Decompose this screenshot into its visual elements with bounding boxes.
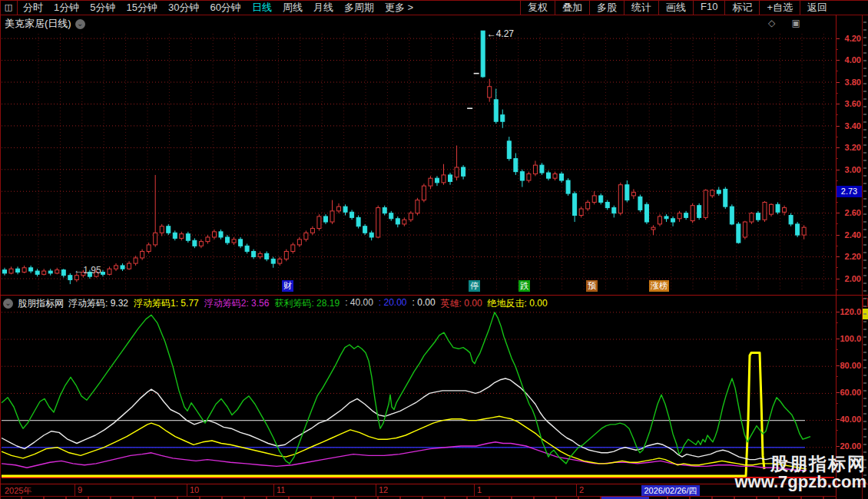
watermark: 股朋指标网 www.7gpzb.com	[734, 454, 866, 491]
axis-label: 40.00	[837, 415, 861, 424]
indicator-header: ⌄ 股朋指标网 浮动筹码: 9.32浮动筹码1: 5.77浮动筹码2: 3.56…	[3, 297, 548, 310]
chevron-down-circle-icon[interactable]: ⌄	[3, 299, 13, 309]
month-label: 2	[579, 485, 584, 494]
indicator-param: : 20.00	[379, 297, 407, 310]
indicator-param: : 40.00	[345, 297, 373, 310]
axis-label: 4.20	[837, 34, 861, 43]
last-price-badge: 2.73	[837, 186, 862, 197]
month-label: 11	[277, 485, 285, 494]
frame-axis-vertical	[836, 15, 837, 499]
month-label: 10	[190, 485, 199, 494]
watermark-site-name: 股朋指标网	[734, 454, 866, 473]
badge-涨榜[interactable]: 涨榜	[649, 280, 669, 292]
badge-跌[interactable]: 跌	[518, 280, 530, 292]
date-axis[interactable]: 2025年 910111212	[0, 484, 836, 496]
svg-text:←4.27: ←4.27	[487, 28, 515, 39]
badge-财[interactable]: 财	[282, 280, 293, 292]
indicator-param: 获利筹码: 28.19	[274, 297, 340, 310]
right-mini-toolbar[interactable]	[863, 15, 868, 499]
axis-label: 2.20	[837, 252, 861, 261]
axis-label: 3.20	[837, 143, 861, 152]
indicator-source-label: 股朋指标网	[18, 297, 64, 310]
frame-menu-bottom	[0, 15, 868, 15]
kline-and-indicator-canvas: ←4.27←1.95	[0, 0, 868, 499]
axis-label: 2.00	[837, 274, 861, 283]
axis-label: 120.0	[837, 307, 861, 316]
mini-toolbar-marks	[863, 21, 866, 488]
axis-label: 80.00	[837, 361, 861, 370]
month-label: 9	[78, 485, 82, 494]
axis-label: 2.60	[837, 208, 861, 217]
frame-strip-vertical	[862, 15, 863, 499]
axis-label: 4.00	[837, 55, 861, 64]
axis-label: 20.00	[837, 441, 861, 451]
indicator-param: : 0.00	[412, 297, 436, 310]
badge-停[interactable]: 停	[469, 280, 480, 292]
month-label: 12	[379, 485, 388, 494]
frame-panel-separator	[0, 295, 868, 296]
axis-label: 3.60	[837, 99, 861, 108]
current-date-badge: 2026/02/26/四	[641, 485, 700, 496]
indicator-param: 绝地反击: 0.00	[488, 297, 548, 310]
badge-预[interactable]: 预	[586, 280, 598, 292]
svg-text:←1.95: ←1.95	[74, 265, 101, 276]
tdx-app-window: ◫ 分时1分钟5分钟15分钟30分钟60分钟日线周线月线多周期更多 > 复权叠加…	[0, 0, 868, 499]
axis-label: 60.00	[837, 388, 861, 397]
axis-label: 2.40	[837, 230, 861, 240]
watermark-site-url: www.7gpzb.com	[734, 473, 866, 491]
indicator-params: 浮动筹码: 9.32浮动筹码1: 5.77浮动筹码2: 3.56获利筹码: 28…	[68, 297, 548, 310]
indicator-param: 英雄: 0.00	[441, 297, 482, 310]
indicator-param: 浮动筹码2: 3.56	[204, 297, 270, 310]
frame-top	[0, 0, 868, 1]
axis-label: 3.80	[837, 78, 861, 87]
axis-label: 3.40	[837, 121, 861, 131]
axis-label: 100.0	[837, 334, 861, 343]
axis-label: 3.00	[837, 165, 861, 174]
year-label: 2025年	[5, 485, 31, 497]
frame-left	[0, 0, 1, 499]
month-label: 1	[477, 485, 482, 494]
frame-axis-bottom	[0, 496, 836, 497]
indicator-param: 浮动筹码1: 5.77	[134, 297, 199, 310]
indicator-param: 浮动筹码: 9.32	[68, 297, 128, 310]
